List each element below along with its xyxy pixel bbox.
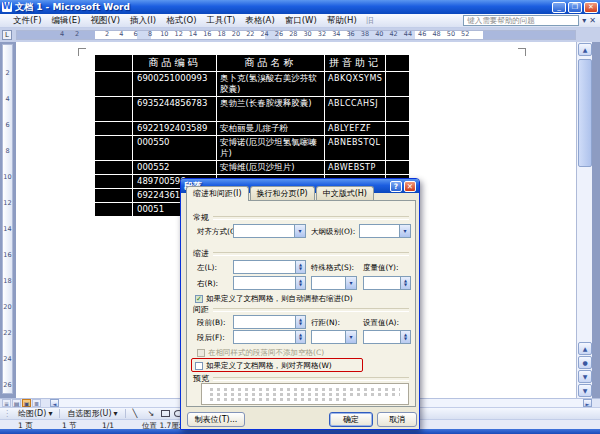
row-end-cell[interactable] xyxy=(386,136,409,160)
view-button-2[interactable]: ▣ xyxy=(22,399,31,407)
table-row[interactable]: 6922192403589安柏丽曼儿痱子粉ABLYEFZF xyxy=(95,122,409,135)
close-button[interactable]: ✕ xyxy=(584,2,598,13)
menu-item-7[interactable]: 窗口(W) xyxy=(280,15,322,27)
row-select-cell[interactable] xyxy=(95,203,132,216)
row-end-cell[interactable] xyxy=(386,161,409,174)
space-before-spinner[interactable]: ▲▼ xyxy=(233,315,306,329)
tab-0[interactable]: 缩进和间距(I) xyxy=(186,186,249,201)
menu-item-4[interactable]: 格式(O) xyxy=(161,15,201,27)
cell-code[interactable]: 000552 xyxy=(133,161,216,174)
view-button-0[interactable]: ≡ xyxy=(2,399,11,407)
menu-item-0[interactable]: 文件(F) xyxy=(8,15,47,27)
browse-prev-icon[interactable]: ▲ xyxy=(578,342,592,355)
draw-menu-button[interactable]: 绘图(D) ▾ xyxy=(15,408,55,419)
close-icon[interactable]: ✕ xyxy=(589,16,596,26)
cell-name[interactable]: 安柏丽曼儿痱子粉 xyxy=(217,122,324,135)
cell-pinyin[interactable]: ABKQXSYMS xyxy=(325,72,385,96)
chevron-down-icon[interactable]: ▾ xyxy=(345,277,356,289)
spinner-arrows-icon[interactable]: ▲▼ xyxy=(295,277,305,289)
help-search-input[interactable]: 键入需要帮助的问题 xyxy=(463,15,579,26)
spinner-arrows-icon[interactable]: ▲▼ xyxy=(295,331,305,343)
table-row[interactable]: 6935244856783奥勃兰(长春胺缓释胶囊)ABLCCAHSJ xyxy=(95,97,409,121)
by-spinner[interactable]: ▲▼ xyxy=(363,276,411,290)
cell-code[interactable]: 6922192403589 xyxy=(133,122,216,135)
minimize-button[interactable]: _ xyxy=(552,2,566,13)
chevron-down-icon[interactable]: ▾ xyxy=(345,331,356,343)
chevron-down-icon[interactable]: ▾ xyxy=(294,225,305,237)
browse-select-icon[interactable]: ● xyxy=(578,356,592,369)
cell-name[interactable]: 安博诺(厄贝沙坦氢氯噻嗪片) xyxy=(217,136,324,160)
menu-item-1[interactable]: 编辑(E) xyxy=(47,15,86,27)
vertical-ruler[interactable]: 2468101214161820222426 xyxy=(2,44,13,394)
space-after-spinner[interactable]: ▲▼ xyxy=(233,330,306,344)
cell-code[interactable]: 6935244856783 xyxy=(133,97,216,121)
alignment-combobox[interactable]: ▾ xyxy=(233,224,306,238)
view-button-3[interactable]: ≣ xyxy=(32,399,41,407)
spinner-arrows-icon[interactable]: ▲▼ xyxy=(400,331,410,343)
indent-left-spinner[interactable]: ▲▼ xyxy=(233,260,306,274)
table-row[interactable]: 000552安博维(厄贝沙坦片)ABWEBSTP xyxy=(95,161,409,174)
row-select-cell[interactable] xyxy=(95,97,132,121)
indent-right-spinner[interactable]: ▲▼ xyxy=(233,276,306,290)
checkbox-checked-icon[interactable]: ✓ xyxy=(195,295,203,303)
maximize-button[interactable]: ❐ xyxy=(568,2,582,13)
tab-2[interactable]: 中文版式(H) xyxy=(316,186,374,200)
menu-item-2[interactable]: 视图(V) xyxy=(86,15,125,27)
checkbox-unchecked-icon[interactable] xyxy=(195,362,203,370)
vertical-scrollbar[interactable]: ▲ ▲ ● ▼ ▼ xyxy=(576,42,592,398)
tab-1[interactable]: 换行和分页(P) xyxy=(250,186,315,200)
row-select-cell[interactable] xyxy=(95,72,132,96)
cell-name[interactable]: 安博维(厄贝沙坦片) xyxy=(217,161,324,174)
row-select-cell[interactable] xyxy=(95,161,132,174)
cancel-button[interactable]: 取消 xyxy=(377,412,417,427)
tab-selector[interactable]: L xyxy=(2,30,12,40)
cell-pinyin[interactable]: ABLCCAHSJ xyxy=(325,97,385,121)
cell-name[interactable]: 奥卜克(氢溴酸右美沙芬软胶囊) xyxy=(217,72,324,96)
line-spacing-combobox[interactable]: ▾ xyxy=(311,330,357,344)
chevron-down-icon[interactable]: ▾ xyxy=(582,16,586,26)
dialog-help-icon[interactable]: ? xyxy=(390,181,402,192)
ok-button[interactable]: 确定 xyxy=(329,412,373,427)
table-row[interactable]: 000550安博诺(厄贝沙坦氢氯噻嗪片)ABNEBSTQL xyxy=(95,136,409,160)
spinner-arrows-icon[interactable]: ▲▼ xyxy=(295,316,305,328)
spinner-arrows-icon[interactable]: ▲▼ xyxy=(295,261,305,273)
row-end-cell[interactable] xyxy=(386,97,409,121)
row-end-cell[interactable] xyxy=(386,72,409,96)
row-end-cell[interactable] xyxy=(386,122,409,135)
row-select-cell[interactable] xyxy=(95,122,132,135)
chevron-down-icon[interactable]: ▾ xyxy=(399,225,410,237)
cell-code[interactable]: 000550 xyxy=(133,136,216,160)
row-select-cell[interactable] xyxy=(95,136,132,160)
dialog-close-icon[interactable]: ✕ xyxy=(404,181,416,192)
spinner-arrows-icon[interactable]: ▲▼ xyxy=(400,277,410,289)
menu-item-3[interactable]: 插入(I) xyxy=(125,15,161,27)
browse-next-icon[interactable]: ▼ xyxy=(578,370,592,383)
menu-item-8[interactable]: 帮助(H) xyxy=(322,15,362,27)
cell-code[interactable]: 6900251000993 xyxy=(133,72,216,96)
arrow-tool-icon[interactable]: ↘ xyxy=(144,409,157,418)
scroll-down-icon[interactable]: ▼ xyxy=(578,384,592,397)
cell-pinyin[interactable]: ABNEBSTQL xyxy=(325,136,385,160)
row-select-cell[interactable] xyxy=(95,175,132,188)
special-format-combobox[interactable]: ▾ xyxy=(311,276,357,290)
scroll-right-icon[interactable]: ► xyxy=(583,399,592,407)
toolbar-grip[interactable]: ⋮ xyxy=(3,409,11,418)
cell-pinyin[interactable]: ABLYEFZF xyxy=(325,122,385,135)
line-tool-icon[interactable]: ╲ xyxy=(130,409,141,418)
outline-level-combobox[interactable]: ▾ xyxy=(359,224,411,238)
snap-to-grid-checkbox[interactable]: 如果定义了文档网格，则对齐网格(W) xyxy=(195,361,332,371)
at-spinner[interactable]: ▲▼ xyxy=(363,330,411,344)
menu-item-5[interactable]: 工具(T) xyxy=(201,15,240,27)
scroll-left-icon[interactable]: ◄ xyxy=(50,399,59,407)
menu-item-6[interactable]: 表格(A) xyxy=(240,15,279,27)
rectangle-tool-icon[interactable] xyxy=(161,410,170,417)
row-select-cell[interactable] xyxy=(95,189,132,202)
view-button-1[interactable]: ▤ xyxy=(12,399,21,407)
cell-name[interactable]: 奥勃兰(长春胺缓释胶囊) xyxy=(217,97,324,121)
auto-right-indent-checkbox[interactable]: ✓ 如果定义了文档网格，则自动调整右缩进(D) xyxy=(195,294,353,304)
autoshapes-button[interactable]: 自选图形(U) ▾ xyxy=(64,408,120,419)
scroll-up-icon[interactable]: ▲ xyxy=(578,43,592,56)
tabs-button[interactable]: 制表位(T)... xyxy=(187,412,245,427)
cell-pinyin[interactable]: ABWEBSTP xyxy=(325,161,385,174)
table-row[interactable]: 6900251000993奥卜克(氢溴酸右美沙芬软胶囊)ABKQXSYMS xyxy=(95,72,409,96)
